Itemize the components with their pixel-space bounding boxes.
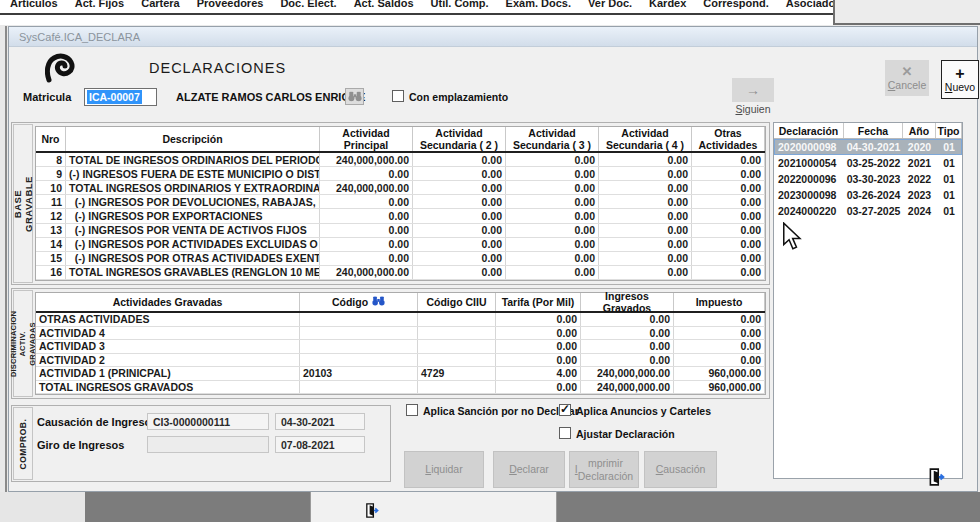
menu-item[interactable]: Kardex [649,0,686,13]
anuncios-checkbox[interactable] [559,404,571,416]
list-item[interactable]: 202400022003-27-2025202401 [774,203,962,219]
declarar-button[interactable]: Declarar [493,451,565,488]
table-row[interactable]: 8TOTAL DE INGRESOS ORDINARIOS DEL PERIOD… [36,153,765,167]
giro-fecha-field[interactable]: 07-08-2021 [275,436,365,453]
table-row[interactable]: ACTIVIDAD 1 (PRINICPAL)2010347294.00240,… [36,367,765,381]
table-row[interactable]: ACTIVIDAD 30.000.000.00 [36,340,765,354]
list-cell: 04-30-2021 [844,141,903,153]
column-header: Tipo [936,123,962,138]
list-item[interactable]: 202000009804-30-2021202001 [774,139,962,155]
table-cell [418,381,496,394]
list-item[interactable]: 202100005403-25-2022202101 [774,155,962,171]
table-cell: 15 [36,252,66,265]
table-cell: 0.00 [320,224,413,237]
window-titlebar[interactable]: SysCafé.ICA_DECLARA [9,27,977,47]
list-cell: 01 [936,141,962,153]
list-cell: 2021000054 [774,157,844,169]
column-header: Año [903,123,936,138]
table-row[interactable]: ACTIVIDAD 40.000.000.00 [36,327,765,341]
table-cell: 14 [36,238,66,251]
table-cell: 0.00 [506,167,599,180]
giro-doc-field[interactable] [147,436,269,453]
nuevo-button[interactable]: + Nuevo [941,60,979,99]
grid-header-row: NroDescripciónActividad PrincipalActivid… [36,127,765,153]
menu-item[interactable]: Útil. Comp. [431,0,489,13]
table-cell: 0.00 [674,313,765,326]
menu-item[interactable]: Act. Fijos [75,0,125,13]
table-cell: (-) INGRESOS POR VENTA DE ACTIVOS FIJOS [66,224,320,237]
table-row[interactable]: 9(-) INGRESOS FUERA DE ESTE MUNICIPIO O … [36,167,765,181]
matricula-input[interactable]: ICA-00007 [84,88,157,106]
column-header: Actividad Principal [320,127,413,151]
table-cell: TOTAL INGRESOS ORDINARIOS Y EXTRAORDINAR… [66,181,320,194]
menu-item[interactable]: Correspond. [703,0,768,13]
liquidar-button[interactable]: Liquidar [404,451,484,488]
table-cell: ACTIVIDAD 2 [36,354,300,367]
imprimir-declaracion-button[interactable]: Imprimir Declaración [569,451,639,488]
table-cell: ACTIVIDAD 3 [36,340,300,353]
table-cell: 0.00 [413,181,506,194]
table-cell: 0.00 [599,238,692,251]
con-emplazamiento-checkbox[interactable] [392,90,404,102]
siguiente-button[interactable]: → [732,78,774,102]
table-cell: 0.00 [320,252,413,265]
table-cell: 4.00 [496,367,581,380]
list-cell: 2022000096 [774,173,844,185]
table-cell: 0.00 [581,340,674,353]
table-cell: TOTAL INGRESOS GRAVABLES (RENGLON 10 MEN… [66,266,320,279]
table-cell: OTRAS ACTIVIDADES [36,313,300,326]
menu-item[interactable]: Doc. Elect. [280,0,336,13]
grid-body: OTRAS ACTIVIDADES0.000.000.00ACTIVIDAD 4… [36,313,765,394]
list-item[interactable]: 202200009603-30-2023202201 [774,171,962,187]
menu-item[interactable]: Act. Saldos [354,0,414,13]
table-cell: 0.00 [413,252,506,265]
causacion-fecha-field[interactable]: 04-30-2021 [275,413,365,430]
table-cell: 0.00 [581,354,674,367]
menu-item[interactable]: Asociados [786,0,833,13]
table-cell: 0.00 [413,153,506,166]
menu-item[interactable]: Cartera [141,0,180,13]
menu-item[interactable]: Exám. Docs. [506,0,571,13]
column-header: Código CIIU [418,293,496,311]
base-gravable-group: BASE GRAVABLE NroDescripciónActividad Pr… [11,122,770,285]
table-row[interactable]: OTRAS ACTIVIDADES0.000.000.00 [36,313,765,327]
table-cell: 0.00 [599,181,692,194]
table-row[interactable]: 13 (-) INGRESOS POR VENTA DE ACTIVOS FIJ… [36,224,765,238]
matricula-label: Matricula [23,91,71,103]
cancele-button[interactable]: ✕ Cancele [885,60,929,96]
top-right-panel [833,0,980,25]
table-row[interactable]: 11 (-) INGRESOS POR DEVOLUCIONES, RABAJA… [36,195,765,209]
sancion-checkbox[interactable] [406,404,418,416]
table-cell: 4729 [418,367,496,380]
causacion-doc-field[interactable]: CI3-0000000111 [147,413,269,430]
causacion-label: Causación de Ingresos [37,416,157,428]
column-header: Actividad Secundaria ( 3 ) [506,127,599,151]
table-row[interactable]: 15 (-) INGRESOS POR OTRAS ACTIVIDADES EX… [36,252,765,266]
menu-item[interactable]: Ver Doc. [588,0,632,13]
list-cell: 2024000220 [774,205,844,217]
table-row[interactable]: 16TOTAL INGRESOS GRAVABLES (RENGLON 10 M… [36,266,765,280]
table-cell: 0.00 [506,224,599,237]
table-row[interactable]: ACTIVIDAD 20.000.000.00 [36,354,765,368]
menu-item[interactable]: Proveedores [197,0,264,13]
list-item[interactable]: 202300009803-26-2024202301 [774,187,962,203]
list-cell: 2020000098 [774,141,844,153]
table-cell: 8 [36,153,66,166]
exit-icon[interactable] [364,503,379,518]
table-row[interactable]: 10TOTAL INGRESOS ORDINARIOS Y EXTRAORDIN… [36,181,765,195]
exit-icon[interactable] [927,468,945,486]
table-cell [300,381,418,394]
list-cell: 03-27-2025 [844,205,903,217]
table-row[interactable]: TOTAL INGRESOS GRAVADOS0.00240,000,000.0… [36,381,765,395]
table-row[interactable]: 12 (-) INGRESOS POR EXPORTACIONES0.000.0… [36,209,765,223]
table-cell: ACTIVIDAD 4 [36,327,300,340]
table-cell: 0.00 [599,153,692,166]
causacion-button[interactable]: Causación [644,451,717,488]
column-header: Actividad Secundaria ( 2 ) [413,127,506,151]
ajustar-checkbox[interactable] [559,427,571,439]
buscar-matricula-button[interactable] [345,88,364,105]
binoculars-icon [368,296,385,308]
menu-item[interactable]: Artículos [10,0,58,13]
binoculars-icon [348,91,362,102]
table-row[interactable]: 14 (-) INGRESOS POR ACTIVIDADES EXCLUIDA… [36,238,765,252]
